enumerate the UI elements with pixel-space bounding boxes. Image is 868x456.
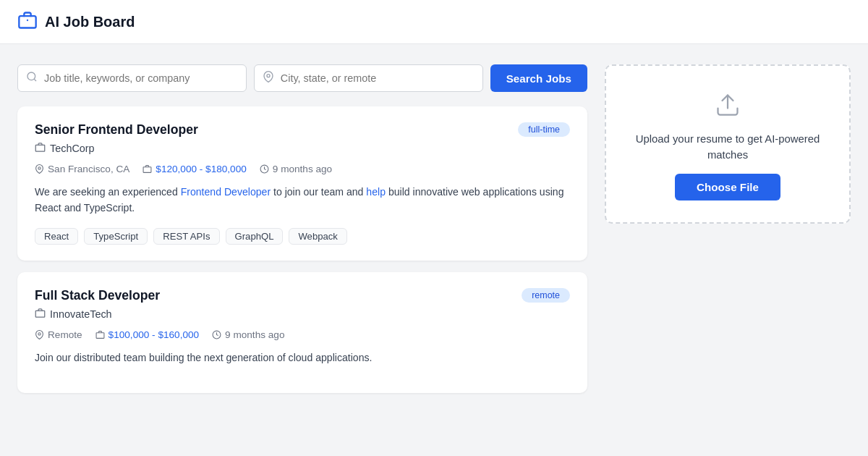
job-card-header: Full Stack Developer remote [35, 288, 570, 303]
location-meta: Remote [35, 329, 82, 340]
svg-point-4 [267, 75, 270, 77]
svg-point-6 [38, 167, 41, 169]
svg-point-10 [38, 332, 41, 334]
upload-icon [715, 92, 741, 121]
svg-point-2 [27, 72, 35, 80]
location-text: Remote [48, 329, 82, 340]
svg-rect-7 [143, 167, 151, 173]
svg-rect-5 [35, 145, 45, 151]
company-row: InnovateTech [35, 308, 570, 321]
company-name: InnovateTech [50, 308, 112, 320]
resume-upload-box: Upload your resume to get AI-powered mat… [605, 64, 851, 224]
search-bar: Search Jobs [17, 64, 587, 92]
posted-meta: 9 months ago [212, 329, 284, 340]
job-search-input[interactable] [17, 64, 247, 92]
location-search-wrap [254, 64, 483, 92]
location-icon [263, 71, 274, 85]
posted-text: 9 months ago [225, 329, 284, 340]
company-name: TechCorp [50, 143, 95, 154]
job-title: Full Stack Developer [35, 288, 160, 303]
company-icon [35, 142, 46, 155]
desc-highlight: Frontend Developer [181, 186, 271, 198]
job-card: Senior Frontend Developer full-time Tech… [17, 106, 587, 261]
salary-text: $100,000 - $160,000 [109, 329, 199, 340]
right-panel: Upload your resume to get AI-powered mat… [605, 64, 851, 405]
company-icon [35, 308, 46, 321]
app-title: AI Job Board [45, 14, 135, 30]
svg-rect-9 [35, 311, 45, 317]
job-card-header: Senior Frontend Developer full-time [35, 122, 570, 138]
briefcase-icon [17, 10, 38, 33]
desc-highlight2: help [366, 186, 386, 198]
location-meta: San Francisco, CA [35, 164, 129, 174]
svg-rect-11 [96, 332, 104, 338]
posted-meta: 9 months ago [260, 164, 332, 174]
location-text: San Francisco, CA [48, 164, 129, 174]
skill-tag: Webpack [289, 228, 346, 245]
job-badge: full-time [518, 122, 570, 137]
job-meta-row: Remote $100,000 - $160,000 9 months ago [35, 329, 570, 340]
job-card: Full Stack Developer remote InnovateTech… [17, 272, 587, 394]
skill-tag: GraphQL [226, 228, 284, 245]
job-description: We are seeking an experienced Frontend D… [35, 185, 570, 216]
location-search-input[interactable] [254, 64, 483, 92]
left-panel: Search Jobs Senior Frontend Developer fu… [17, 64, 587, 405]
svg-rect-0 [19, 16, 35, 28]
company-row: TechCorp [35, 142, 570, 155]
skill-tag: TypeScript [84, 228, 148, 245]
search-jobs-button[interactable]: Search Jobs [490, 64, 587, 92]
salary-meta: $120,000 - $180,000 [142, 164, 246, 174]
posted-text: 9 months ago [273, 164, 332, 174]
main-content: Search Jobs Senior Frontend Developer fu… [0, 44, 868, 425]
skill-tag: REST APIs [153, 228, 219, 245]
choose-file-button[interactable]: Choose File [675, 174, 780, 200]
job-meta-row: San Francisco, CA $120,000 - $180,000 9 … [35, 164, 570, 174]
salary-text: $120,000 - $180,000 [156, 164, 246, 174]
salary-meta: $100,000 - $160,000 [95, 329, 199, 340]
job-description: Join our distributed team building the n… [35, 350, 570, 366]
job-badge: remote [522, 288, 570, 303]
search-icon [26, 71, 38, 85]
svg-line-3 [34, 79, 36, 81]
skills-row: React TypeScript REST APIs GraphQL Webpa… [35, 228, 570, 245]
job-title: Senior Frontend Developer [35, 122, 198, 138]
job-search-wrap [17, 64, 247, 92]
skill-tag: React [35, 228, 78, 245]
upload-text: Upload your resume to get AI-powered mat… [624, 131, 832, 164]
app-header: AI Job Board [0, 0, 868, 44]
